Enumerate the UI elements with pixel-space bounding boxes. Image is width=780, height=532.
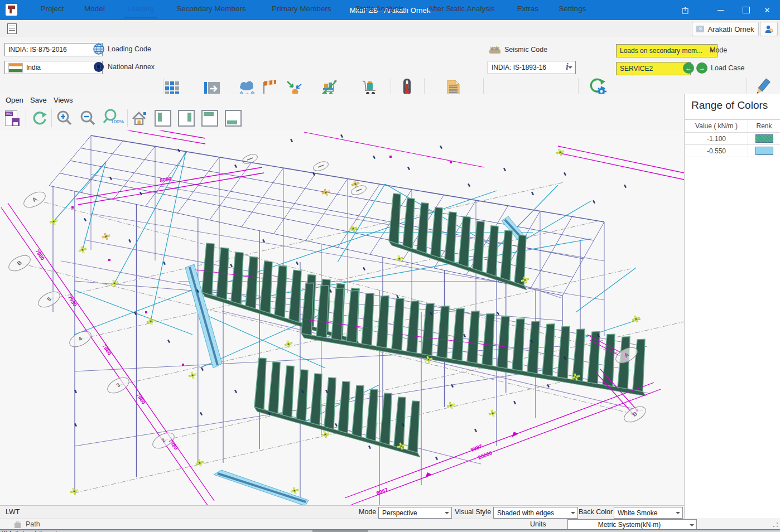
table-row[interactable]: -1.100	[685, 133, 780, 145]
load-case-combobox[interactable]: SERVICE2	[616, 62, 691, 75]
tab-static-analysis[interactable]: Static Analysis	[350, 0, 409, 17]
colors-table: Value ( kN/m ) Renk -1.100 -0.550	[685, 119, 780, 157]
refresh-view-button[interactable]	[29, 108, 49, 128]
svg-text:7980: 7980	[34, 248, 46, 262]
next-load-case-button[interactable]: →	[696, 62, 707, 74]
seismic-info-icon[interactable]: i	[566, 61, 569, 72]
float-window-button[interactable]	[672, 0, 698, 20]
column-header-value: Value ( kN/m )	[685, 120, 748, 132]
view-bottom-button[interactable]	[223, 108, 243, 128]
user-account-button[interactable]	[760, 22, 778, 36]
viewport-toolbar: Open Save Views IMG 100%	[0, 94, 684, 131]
ribbon: INDIA: IS-875-2016 Loading Code India Na…	[0, 37, 780, 94]
project-name-button[interactable]: ✕ Arakatlı Ornek	[692, 22, 759, 36]
tab-primary-members[interactable]: Primary Members	[267, 0, 336, 17]
range-of-colors-panel: Range of Colors Value ( kN/m ) Renk -1.1…	[684, 94, 780, 519]
svg-text:8000: 8000	[159, 175, 172, 183]
seismic-code-icon	[489, 44, 501, 55]
path-units-bar: Path Units Metric System(kN-m)	[0, 519, 780, 530]
zoom-in-button[interactable]	[55, 108, 75, 128]
close-button[interactable]: ✕	[754, 0, 780, 20]
minimize-button[interactable]	[707, 0, 733, 20]
loading-code-label: Loading Code	[108, 45, 151, 53]
app-icon[interactable]	[6, 4, 17, 16]
tab-model[interactable]: Model	[79, 0, 110, 17]
home-view-button[interactable]	[129, 108, 150, 128]
panel-title: Range of Colors	[691, 99, 768, 112]
zoom-100-button[interactable]: 100%	[102, 108, 125, 128]
national-annex-icon	[93, 61, 105, 73]
save-image-button[interactable]: IMG	[2, 108, 22, 128]
tab-extras[interactable]: Extras	[514, 0, 541, 17]
back-color-label: Back Color	[579, 508, 613, 516]
tab-secondary-members[interactable]: Secondary Members	[171, 0, 252, 17]
seismic-code-combobox[interactable]: INDIA: IS-1893-16	[488, 61, 576, 74]
load-case-label: Load Case	[711, 64, 744, 72]
color-swatch-blue	[755, 147, 773, 155]
zoom-out-button[interactable]	[78, 108, 98, 128]
tab-project[interactable]: Project	[37, 0, 68, 17]
units-label: Units	[530, 520, 546, 528]
view-right-button[interactable]	[176, 108, 196, 128]
table-row[interactable]: -0.550	[685, 145, 780, 157]
status-bar: LWT Mode Perspective Visual Style Shaded…	[0, 505, 684, 519]
path-label[interactable]: Path	[26, 520, 40, 528]
background-window-edge: Website translation gui	[0, 529, 780, 532]
menu-save[interactable]: Save	[30, 96, 47, 104]
visual-style-label: Visual Style	[455, 508, 491, 516]
mode-status-label: Mode	[359, 508, 376, 516]
tab-after-static-analysis[interactable]: After Static Analysis	[422, 0, 500, 17]
previous-load-case-button[interactable]: ←	[683, 62, 694, 74]
menu-open[interactable]: Open	[6, 96, 23, 104]
tab-loading[interactable]: Loading	[124, 0, 157, 18]
menu-views[interactable]: Views	[54, 96, 73, 104]
view-left-button[interactable]	[153, 108, 173, 128]
svg-text:20000: 20000	[477, 450, 493, 461]
svg-text:7980: 7980	[66, 294, 78, 308]
viewport-3d[interactable]: AB5432AB79807980798079807980800099872000…	[0, 130, 684, 505]
back-color-select[interactable]: White Smoke	[614, 507, 683, 519]
seismic-code-label: Seismic Code	[504, 46, 547, 54]
resize-grip[interactable]	[772, 521, 779, 528]
globe-icon	[93, 43, 105, 55]
tab-settings[interactable]: Settings	[556, 0, 589, 17]
mode-label: Mode	[710, 46, 727, 54]
color-swatch-green	[755, 134, 773, 143]
view-top-button[interactable]	[200, 108, 220, 128]
user-key-icon	[764, 25, 773, 33]
svg-text:9987: 9987	[470, 443, 483, 453]
status-left-text: LWT	[6, 508, 20, 516]
mode-select[interactable]: Perspective	[378, 507, 452, 519]
column-header-renk: Renk	[748, 120, 780, 132]
mode-combobox[interactable]: Loads on secondary mem...	[616, 44, 718, 57]
loading-code-combobox[interactable]: INDIA: IS-875-2016	[4, 43, 103, 56]
path-icon	[13, 521, 22, 529]
national-annex-label: National Annex	[108, 63, 155, 71]
units-select[interactable]: Metric System(kN-m)	[567, 519, 697, 530]
project-file-icon: ✕	[696, 26, 704, 32]
india-flag-icon	[8, 63, 23, 72]
svg-text:8987: 8987	[375, 486, 389, 496]
ribbon-tab-row	[0, 20, 780, 37]
file-menu-icon[interactable]	[7, 23, 17, 34]
visual-style-select[interactable]: Shaded with edges	[493, 507, 578, 519]
national-annex-combobox[interactable]: India	[4, 61, 103, 74]
